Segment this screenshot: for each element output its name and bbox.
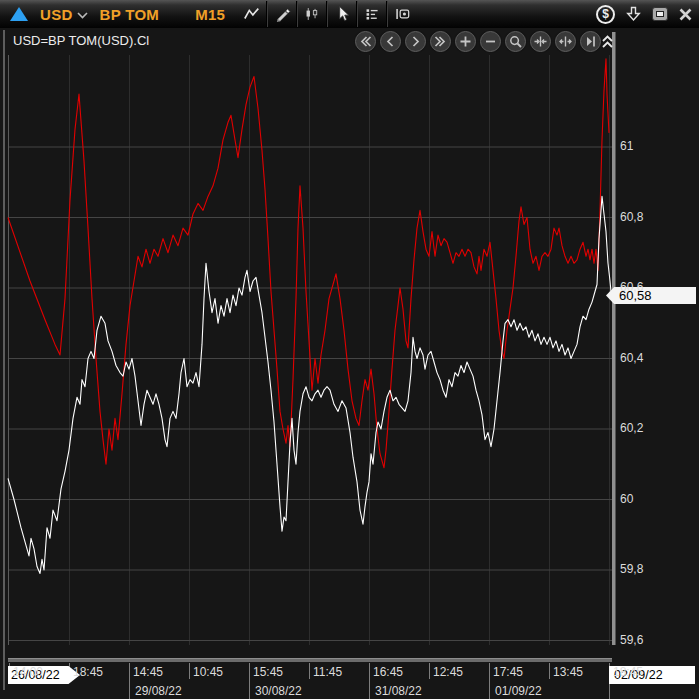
indicator-list-icon[interactable]: [357, 1, 387, 27]
x-axis-time-label: 16:45: [373, 665, 403, 679]
cursor-icon[interactable]: [327, 1, 357, 27]
chart-panel: USD=BP TOM(USD).Cl 60,58 26/08/22 02/09/…: [0, 28, 699, 699]
candlestick-icon[interactable]: [297, 1, 327, 27]
x-axis-time-label: 12:45: [433, 665, 463, 679]
scroll-left-button[interactable]: [380, 31, 401, 52]
price-axis-bar: [612, 32, 616, 645]
go-to-end-button[interactable]: [580, 31, 601, 52]
zoom-select-button[interactable]: [505, 31, 526, 52]
timeframe-selector[interactable]: M15: [195, 6, 225, 23]
chart-title: USD=BP TOM(USD).Cl: [13, 33, 149, 48]
restore-inner-square: [656, 11, 664, 17]
scroll-right-button[interactable]: [405, 31, 426, 52]
toolbar-icons: [237, 0, 417, 28]
expand-horizontal-button[interactable]: [555, 31, 576, 52]
x-axis-time-label: 17:45: [493, 665, 523, 679]
y-axis-label: 59,6: [620, 633, 643, 647]
x-axis-date-label: 29/08/22: [135, 684, 182, 698]
x-axis-time-label: 11:45: [313, 665, 342, 679]
y-axis-label: 60,8: [620, 210, 643, 224]
y-axis-label: 60: [620, 492, 633, 506]
x-axis-time-label: 14:45: [133, 665, 163, 679]
snapshot-icon[interactable]: [387, 1, 417, 27]
x-axis-time-label: 10:45: [193, 665, 223, 679]
chart-nav-toolbar: [355, 31, 601, 52]
download-arrow-icon[interactable]: [625, 5, 642, 23]
line-chart-icon[interactable]: [237, 1, 267, 27]
x-axis-time-label: 14:00: [13, 665, 43, 679]
zoom-out-button[interactable]: [480, 31, 501, 52]
y-axis-label: 60,2: [620, 421, 643, 435]
instrument-selector[interactable]: USD: [40, 6, 73, 23]
titlebar: USD BP TOM M15 $: [0, 0, 699, 28]
chart-window: USD BP TOM M15 $: [0, 0, 699, 699]
zoom-in-button[interactable]: [455, 31, 476, 52]
chevron-down-icon[interactable]: [77, 12, 88, 19]
app-logo-triangle-icon: [10, 7, 28, 21]
series-red-line: [8, 59, 609, 468]
instrument2-label[interactable]: BP TOM: [100, 6, 160, 23]
scroll-fast-left-button[interactable]: [355, 31, 376, 52]
pencil-icon[interactable]: [267, 1, 297, 27]
window-controls: $: [596, 0, 693, 28]
x-axis-date-label: 30/08/22: [255, 684, 302, 698]
y-axis-label: 60,6: [620, 280, 643, 294]
x-axis-time-label: 18:45: [613, 665, 643, 679]
close-icon[interactable]: [678, 7, 693, 22]
collapse-panel-button[interactable]: [601, 33, 614, 49]
scroll-fast-right-button[interactable]: [430, 31, 451, 52]
x-axis-time-label: 15:45: [253, 665, 283, 679]
restore-icon[interactable]: [652, 7, 668, 21]
x-axis-date-label: 01/09/22: [495, 684, 542, 698]
y-axis-label: 59,8: [620, 562, 643, 576]
y-axis-label: 61: [620, 139, 633, 153]
x-axis-date-label: 31/08/22: [375, 684, 422, 698]
dollar-icon[interactable]: $: [596, 5, 615, 24]
x-axis-time-label: 13:45: [553, 665, 583, 679]
x-axis-time-label: 18:45: [73, 665, 103, 679]
y-axis-label: 60,4: [620, 351, 643, 365]
chart-canvas[interactable]: [0, 28, 699, 699]
compress-horizontal-button[interactable]: [530, 31, 551, 52]
